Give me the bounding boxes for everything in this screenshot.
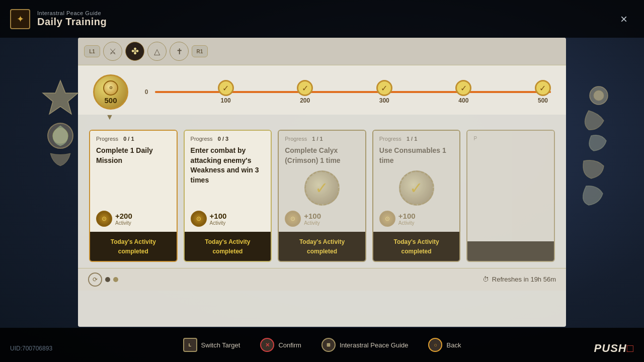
app-title: Daily Training xyxy=(37,16,107,28)
card-3-reward-text: +100 Activity xyxy=(304,212,321,226)
card-1-progress: Progress 0 / 1 xyxy=(96,136,171,142)
track-fill xyxy=(155,91,551,93)
ctrl-o-btn: ○ xyxy=(428,338,442,352)
milestone-500: ✓ 500 xyxy=(535,80,551,104)
bottom-controls: L Switch Target ✕ Confirm ⊞ Interastral … xyxy=(0,328,644,362)
activity-coin: ⊙ 500 xyxy=(93,74,128,110)
ctrl-x-btn: ✕ xyxy=(260,338,274,352)
ctrl-grid-btn: ⊞ xyxy=(321,338,336,352)
card-2-progress: Progress 0 / 3 xyxy=(191,136,265,142)
card-5-progress-hint: P xyxy=(473,136,548,143)
card-2-title: Enter combat by attacking enemy's Weakne… xyxy=(191,146,265,206)
card-2-footer-text: Today's Activity completed xyxy=(205,238,250,255)
ctrl-back-label: Back xyxy=(446,341,461,349)
panel-bottom: ⟳ ⏱ Refreshes in 19h 56m xyxy=(78,268,566,291)
progress-milestones: 0 ✓ 100 ✓ 200 ✓ 300 ✓ 400 xyxy=(138,80,551,104)
card-2-footer: Today's Activity completed xyxy=(185,232,271,261)
milestone-100-label: 100 xyxy=(221,97,231,104)
progress-current: 500 xyxy=(104,97,117,104)
milestone-0: 0 xyxy=(138,84,154,100)
card-1-body: Progress 0 / 1 Complete 1 Daily Mission … xyxy=(90,131,177,232)
card-3-footer-text: Today's Activity completed xyxy=(299,238,345,255)
card-1-reward-text: +200 Activity xyxy=(115,212,132,226)
milestone-400-check: ✓ xyxy=(455,80,471,96)
push-logo-symbol: □ xyxy=(627,342,634,354)
ornament-left xyxy=(40,75,80,183)
milestone-200: ✓ 200 xyxy=(297,80,313,104)
card-3-footer: Today's Activity completed xyxy=(279,232,365,261)
milestone-100-check: ✓ xyxy=(218,80,234,96)
card-4-type: Activity xyxy=(398,220,416,226)
card-4-check: ✓ xyxy=(379,170,454,206)
activity-card-4[interactable]: Progress 1 / 1 Use Consumables 1 time ✓ … xyxy=(372,130,461,262)
card-3-check-icon: ✓ xyxy=(304,170,340,206)
svg-point-4 xyxy=(594,90,604,101)
milestone-100: ✓ 100 xyxy=(218,80,234,104)
ctrl-guide[interactable]: ⊞ Interastral Peace Guide xyxy=(321,338,409,352)
card-4-check-icon: ✓ xyxy=(399,170,434,206)
ctrl-guide-label: Interastral Peace Guide xyxy=(340,341,409,349)
ctrl-switch-target[interactable]: L Switch Target xyxy=(183,338,240,352)
page-icon: ⟳ xyxy=(88,273,102,287)
milestone-200-check: ✓ xyxy=(297,80,313,96)
tab-1[interactable]: ⚔ xyxy=(103,42,122,61)
card-5-partial-body: P xyxy=(467,131,554,241)
milestone-500-label: 500 xyxy=(538,97,548,104)
milestone-start-label: 0 xyxy=(138,84,154,100)
refresh-icon: ⏱ xyxy=(482,276,489,283)
card-1-footer: Today's Activity completed xyxy=(90,232,177,261)
card-3-body: Progress 1 / 1 Complete Calyx (Crimson) … xyxy=(279,131,365,232)
ctrl-confirm[interactable]: ✕ Confirm xyxy=(260,338,301,352)
milestone-400-label: 400 xyxy=(458,97,468,104)
milestone-300-label: 300 xyxy=(379,97,389,104)
card-4-reward: ⊙ +100 Activity xyxy=(379,211,454,227)
activity-card-5-partial: P xyxy=(466,130,555,262)
card-4-reward-text: +100 Activity xyxy=(398,212,416,226)
card-2-reward-text: +100 Activity xyxy=(210,212,227,226)
card-4-amount: +100 xyxy=(398,212,416,220)
card-4-progress: Progress 1 / 1 xyxy=(379,136,454,142)
card-3-progress: Progress 1 / 1 xyxy=(285,136,359,142)
card-3-reward-icon: ⊙ xyxy=(285,211,301,227)
card-2-reward: ⊙ +100 Activity xyxy=(191,211,265,227)
arrow-indicator: ▼ xyxy=(78,113,566,122)
tab-l1[interactable]: L1 xyxy=(84,45,100,57)
tab-3[interactable]: △ xyxy=(147,42,167,61)
activity-card-3[interactable]: Progress 1 / 1 Complete Calyx (Crimson) … xyxy=(278,130,366,262)
card-4-body: Progress 1 / 1 Use Consumables 1 time ✓ … xyxy=(373,131,460,232)
milestone-200-label: 200 xyxy=(300,97,310,104)
top-bar: ✦ Interastral Peace Guide Daily Training… xyxy=(0,0,644,38)
activity-card-1[interactable]: Progress 0 / 1 Complete 1 Daily Mission … xyxy=(89,130,178,262)
card-4-title: Use Consumables 1 time xyxy=(379,146,454,165)
cards-section: Progress 0 / 1 Complete 1 Daily Mission … xyxy=(78,124,566,268)
ctrl-l-btn: L xyxy=(183,338,197,352)
tab-r1[interactable]: R1 xyxy=(192,45,208,57)
card-4-footer-text: Today's Activity completed xyxy=(393,238,439,255)
ctrl-switch-label: Switch Target xyxy=(201,341,240,349)
top-bar-text: Interastral Peace Guide Daily Training xyxy=(37,10,107,28)
progress-section: ⊙ 500 0 ✓ 100 ✓ 200 ✓ xyxy=(78,65,566,115)
tab-4[interactable]: ✝ xyxy=(170,42,189,61)
card-3-amount: +100 xyxy=(304,212,321,220)
close-button[interactable]: × xyxy=(614,9,634,29)
milestone-300-check: ✓ xyxy=(376,80,392,96)
milestone-400: ✓ 400 xyxy=(455,80,471,104)
card-1-footer-text: Today's Activity completed xyxy=(111,238,156,255)
tab-2-active[interactable]: ✤ xyxy=(125,42,144,61)
app-icon: ✦ xyxy=(10,9,30,29)
card-1-amount: +200 xyxy=(115,212,132,220)
card-2-amount: +100 xyxy=(210,212,227,220)
card-2-body: Progress 0 / 3 Enter combat by attacking… xyxy=(185,131,271,232)
refresh-label: Refreshes in 19h 56m xyxy=(492,276,556,283)
ctrl-back[interactable]: ○ Back xyxy=(428,338,461,352)
card-3-title: Complete Calyx (Crimson) 1 time xyxy=(285,146,359,165)
activity-card-2[interactable]: Progress 0 / 3 Enter combat by attacking… xyxy=(184,130,272,262)
ctrl-confirm-label: Confirm xyxy=(278,341,301,349)
card-2-reward-icon: ⊙ xyxy=(191,211,207,227)
card-3-check: ✓ xyxy=(285,170,359,206)
card-5-partial-footer xyxy=(467,241,554,261)
card-1-reward-icon: ⊙ xyxy=(96,211,112,227)
page-dots: ⟳ xyxy=(88,273,118,287)
ornament-right xyxy=(564,75,614,232)
bottom-bar: UID:700706893 L Switch Target ✕ Confirm … xyxy=(0,328,644,362)
